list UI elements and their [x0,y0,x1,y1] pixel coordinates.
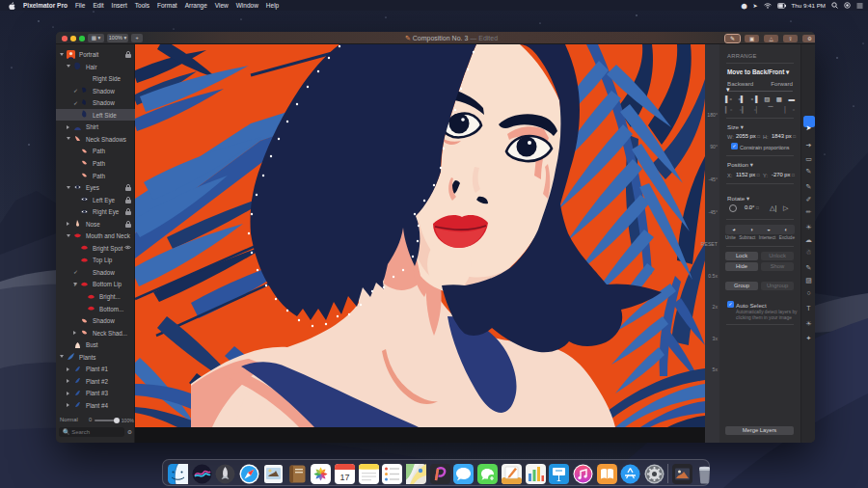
svg-text:17: 17 [339,473,349,482]
